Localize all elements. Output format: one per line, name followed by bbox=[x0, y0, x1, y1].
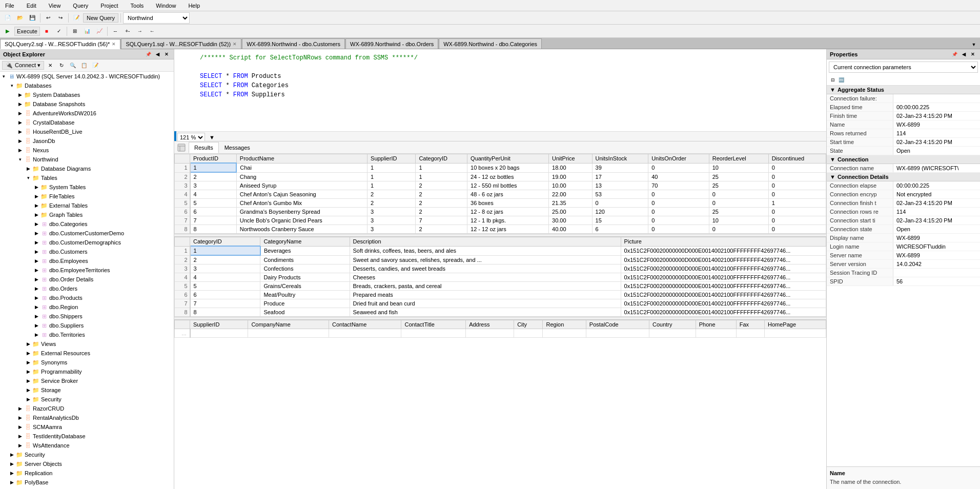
tree-crystal[interactable]: ▶ 🗄 CrystalDatabase bbox=[0, 118, 174, 127]
results-content[interactable]: ProductID ProductName SupplierID Categor… bbox=[174, 154, 826, 489]
disconnect-btn[interactable]: ✕ bbox=[45, 61, 55, 70]
comment-btn[interactable]: -- bbox=[110, 26, 121, 37]
table-row[interactable]: 5 5 Grains/Cereals Breads, crackers, pas… bbox=[175, 282, 826, 291]
tree-nexus[interactable]: ▶ 🗄 Nexus bbox=[0, 146, 174, 155]
table-row[interactable]: 5 5 Chef Anton's Gumbo Mix 2 2 36 boxes … bbox=[175, 199, 826, 208]
outdent-btn[interactable]: ← bbox=[147, 26, 158, 37]
prop-close-btn[interactable]: ✕ bbox=[969, 50, 977, 58]
table-row[interactable]: 4 4 Dairy Products Cheeses 0x151C2F00020… bbox=[175, 273, 826, 282]
crystal-toggle[interactable]: ▶ bbox=[16, 119, 24, 126]
orders-toggle[interactable]: ▶ bbox=[33, 285, 40, 292]
new-query-tree-btn[interactable]: 📝 bbox=[90, 61, 100, 70]
territories-toggle[interactable]: ▶ bbox=[33, 331, 40, 338]
tab-customers[interactable]: WX-6899.Northwind - dbo.Customers bbox=[242, 38, 345, 49]
categories-toggle[interactable]: ▶ bbox=[33, 220, 40, 228]
svc-broker-toggle[interactable]: ▶ bbox=[25, 377, 32, 384]
col-header-productid[interactable]: ProductID bbox=[190, 154, 237, 164]
tree-dbo-empterr[interactable]: ▶ ⊞ dbo.EmployeeTerritories bbox=[0, 266, 174, 275]
orderdet-toggle[interactable]: ▶ bbox=[33, 276, 40, 283]
tree-service-broker[interactable]: ▶ 📁 Service Broker bbox=[0, 376, 174, 385]
tree-adventureworks[interactable]: ▶ 🗄 AdventureWorksDW2016 bbox=[0, 109, 174, 118]
tree-dbo-orders[interactable]: ▶ ⊞ dbo.Orders bbox=[0, 284, 174, 293]
col-header-reorder[interactable]: ReorderLevel bbox=[709, 154, 768, 164]
filter-btn[interactable]: 🔍 bbox=[68, 61, 78, 70]
polybase-toggle[interactable]: ▶ bbox=[8, 479, 15, 486]
tab-query2-close[interactable]: ✕ bbox=[112, 42, 116, 47]
custdemog-toggle[interactable]: ▶ bbox=[33, 239, 40, 246]
col-header-country[interactable]: Country bbox=[649, 320, 696, 329]
tree-dbo-orderdetails[interactable]: ▶ ⊞ dbo.Order Details bbox=[0, 275, 174, 284]
menu-file[interactable]: File bbox=[2, 2, 17, 10]
server-obj-toggle[interactable]: ▶ bbox=[8, 460, 15, 467]
zoom-dropdown[interactable]: 121 % 100 % 75 % 150 % bbox=[177, 133, 205, 142]
tree-dbo-employees[interactable]: ▶ ⊞ dbo.Employees bbox=[0, 256, 174, 266]
synonyms-toggle[interactable]: ▶ bbox=[25, 359, 32, 366]
tree-graph-tables[interactable]: ▶ 📁 Graph Tables bbox=[0, 210, 174, 219]
include-client-stats-btn[interactable]: 📈 bbox=[94, 26, 105, 37]
tree-server-objects[interactable]: ▶ 📁 Server Objects bbox=[0, 459, 174, 468]
col-header-homepage[interactable]: HomePage bbox=[764, 320, 826, 329]
tree-views[interactable]: ▶ 📁 Views bbox=[0, 339, 174, 349]
new-query-label[interactable]: New Query bbox=[83, 13, 118, 23]
prog-toggle[interactable]: ▶ bbox=[25, 368, 32, 375]
tree-tables[interactable]: ▾ 📁 Tables bbox=[0, 173, 174, 182]
nexus-toggle[interactable]: ▶ bbox=[16, 147, 24, 154]
col-header-catid[interactable]: CategoryID bbox=[190, 237, 260, 247]
new-query-icon[interactable]: 📝 bbox=[71, 12, 82, 24]
tree-dbo-custdemo[interactable]: ▶ ⊞ dbo.CustomerCustomerDemo bbox=[0, 229, 174, 238]
table-row[interactable]: 1 1 Beverages Soft drinks, coffees, teas… bbox=[175, 246, 826, 255]
prop-pin-btn[interactable]: 📌 bbox=[950, 50, 958, 58]
suppliers-toggle[interactable]: ▶ bbox=[33, 322, 40, 329]
explorer-close-btn[interactable]: ✕ bbox=[162, 50, 171, 58]
col-header-categoryid[interactable]: CategoryID bbox=[416, 154, 467, 164]
tab-orders[interactable]: WX-6899.Northwind - dbo.Orders bbox=[345, 38, 438, 49]
replication-toggle[interactable]: ▶ bbox=[8, 470, 15, 477]
dbo-customers-toggle[interactable]: ▶ bbox=[33, 248, 40, 255]
tree-external-resources[interactable]: ▶ 📁 External Resources bbox=[0, 349, 174, 358]
menu-query[interactable]: Query bbox=[70, 2, 91, 10]
jason-toggle[interactable]: ▶ bbox=[16, 137, 24, 145]
results-tab-messages[interactable]: Messages bbox=[219, 142, 256, 153]
toggle-results-btn[interactable]: ⊞ bbox=[69, 26, 80, 37]
products-toggle[interactable]: ▶ bbox=[33, 294, 40, 301]
ext-res-toggle[interactable]: ▶ bbox=[25, 350, 32, 357]
collapse-icon-det[interactable]: ▼ bbox=[830, 174, 835, 180]
security-toggle[interactable]: ▶ bbox=[8, 451, 15, 458]
tree-db-snapshots[interactable]: ▶ 📁 Database Snapshots bbox=[0, 99, 174, 109]
menu-tools[interactable]: Tools bbox=[128, 2, 147, 10]
col-header-instock[interactable]: UnitsInStock bbox=[592, 154, 648, 164]
tree-synonyms[interactable]: ▶ 📁 Synonyms bbox=[0, 358, 174, 367]
table-row[interactable]: ... bbox=[175, 329, 826, 338]
ext-tables-toggle[interactable]: ▶ bbox=[33, 202, 40, 209]
testidentity-toggle[interactable]: ▶ bbox=[16, 433, 24, 440]
col-header-productname[interactable]: ProductName bbox=[236, 154, 367, 164]
table-row[interactable]: 7 7 Produce Dried fruit and bean curd 0x… bbox=[175, 299, 826, 308]
stop-btn[interactable]: ■ bbox=[41, 26, 52, 37]
tree-diagrams[interactable]: ▶ 📁 Database Diagrams bbox=[0, 164, 174, 173]
menu-view[interactable]: View bbox=[46, 2, 64, 10]
tree-razorcrud[interactable]: ▶ 🗄 RazorCRUD bbox=[0, 404, 174, 413]
col-header-supplierid[interactable]: SupplierID bbox=[368, 154, 416, 164]
employees-toggle[interactable]: ▶ bbox=[33, 257, 40, 264]
summary-btn[interactable]: 📋 bbox=[79, 61, 89, 70]
tree-databases[interactable]: ▾ 📁 Databases bbox=[0, 81, 174, 90]
tree-server[interactable]: ▾ 🖥 WX-6899 (SQL Server 14.0.2042.3 - WI… bbox=[0, 72, 174, 81]
database-dropdown[interactable]: Northwind bbox=[123, 12, 190, 24]
collapse-icon-conn[interactable]: ▼ bbox=[830, 156, 835, 162]
parse-btn[interactable]: ✓ bbox=[53, 26, 65, 37]
menu-project[interactable]: Project bbox=[97, 2, 121, 10]
col-header-onorder[interactable]: UnitsOnOrder bbox=[648, 154, 709, 164]
show-plan-btn[interactable]: 📊 bbox=[81, 26, 93, 37]
table-row[interactable]: 8 8 Seafood Seaweed and fish 0x151C2F000… bbox=[175, 308, 826, 317]
uncomment-btn[interactable]: +- bbox=[122, 26, 133, 37]
tables-toggle[interactable]: ▾ bbox=[25, 174, 32, 181]
tab-query1-close[interactable]: ✕ bbox=[233, 42, 237, 47]
prop-sort-alpha-btn[interactable]: 🔤 bbox=[837, 76, 845, 84]
diagrams-toggle[interactable]: ▶ bbox=[25, 165, 32, 172]
tree-dbo-shippers[interactable]: ▶ ⊞ dbo.Shippers bbox=[0, 312, 174, 321]
aw-toggle[interactable]: ▶ bbox=[16, 110, 24, 117]
tree-security[interactable]: ▶ 📁 Security bbox=[0, 450, 174, 459]
col-header-discontinued[interactable]: Discontinued bbox=[768, 154, 826, 164]
tab-dropdown-btn[interactable]: ▼ bbox=[970, 40, 978, 49]
tree-dbo-customers[interactable]: ▶ ⊞ dbo.Customers bbox=[0, 247, 174, 256]
